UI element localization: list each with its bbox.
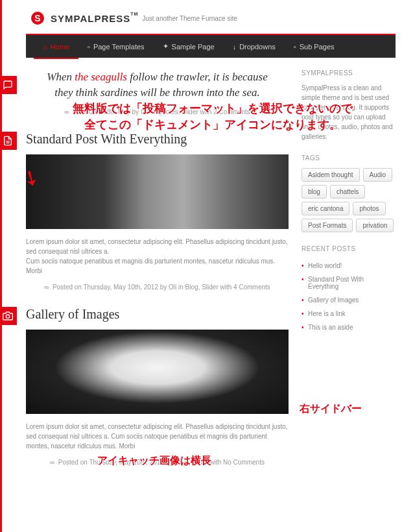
post-meta: ∞ Posted on Thursday, May 10th, 2012 by … (26, 284, 289, 291)
recent-post-link[interactable]: Standard Post With Everything (302, 272, 396, 293)
nav-label: Sample Page (172, 43, 215, 51)
post-excerpt: Lorem ipsum dolor sit amet, consectetur … (26, 237, 289, 276)
chevron-down-icon: ↓ (233, 43, 237, 51)
quote-pre: When (47, 71, 75, 83)
quote-highlight: the seagulls (75, 71, 127, 83)
post-excerpt: Lorem ipsum dolor sit amet, consectetur … (26, 422, 289, 451)
post-meta: ∞ Posted on 18th May by Oli in Quotes, S… (39, 108, 276, 115)
site-header: S SYMPALPRESSTM Just another Theme Furna… (26, 0, 396, 34)
featured-image[interactable] (26, 154, 289, 229)
tag-item[interactable]: Post Formats (302, 219, 353, 232)
tag-item[interactable]: eric cantona (302, 202, 349, 215)
plus-icon: ✦ (163, 42, 169, 51)
right-sidebar: SYMPALPRESS SympalPress is a clean and s… (302, 69, 396, 482)
quote-text: When the seagulls follow the trawler, it… (39, 69, 276, 101)
tagline: Just another Theme Furnace site (142, 15, 237, 22)
nav-sub-pages[interactable]: ▫Sub Pages (285, 35, 344, 58)
nav-dropdowns[interactable]: ↓Dropdowns (224, 35, 285, 58)
page-icon: ▫ (294, 43, 296, 51)
tag-item[interactable]: Audio (363, 168, 393, 182)
widget-title-recent: RECENT POSTS (302, 245, 396, 252)
post-title[interactable]: Standard Post With Everything (26, 132, 289, 147)
nav-page-templates[interactable]: ▫Page Templates (78, 35, 154, 58)
about-text: SympalPress is a clean and simple theme … (302, 83, 396, 141)
meta-text: Posted on 18th May by Oli in Quotes, Sli… (73, 108, 250, 115)
featured-image[interactable] (26, 330, 289, 414)
quote-format-icon (0, 76, 17, 94)
widget-title-about: SYMPALPRESS (302, 69, 396, 77)
recent-post-link[interactable]: Gallery of Images (302, 293, 396, 307)
meta-text: Posted on Thursday, May 10th, 2012 by Ol… (53, 284, 270, 291)
tag-item[interactable]: Asidem thought (302, 168, 360, 182)
tag-item[interactable]: photos (353, 202, 385, 215)
main-nav: ⌂Home ▫Page Templates ✦Sample Page ↓Drop… (26, 34, 396, 58)
svg-point-2 (6, 315, 9, 318)
nav-sample-page[interactable]: ✦Sample Page (154, 35, 224, 58)
tag-item[interactable]: privation (356, 219, 394, 232)
meta-text: Posted on Thursday, May 10th, 2012 by Ol… (58, 459, 265, 466)
post-standard: Standard Post With Everything Lorem ipsu… (26, 132, 289, 291)
document-format-icon (0, 132, 17, 150)
site-name-text: SYMPALPRESS (51, 13, 130, 24)
nav-home[interactable]: ⌂Home (34, 35, 78, 59)
post-quote: When the seagulls follow the trawler, it… (26, 69, 289, 115)
recent-post-link[interactable]: This is an aside (302, 320, 396, 334)
post-gallery: Gallery of Images Lorem ipsum dolor sit … (26, 307, 289, 466)
page-icon: ▫ (88, 43, 90, 51)
nav-label: Sub Pages (300, 43, 335, 51)
site-name[interactable]: SYMPALPRESSTM (51, 13, 130, 24)
tag-item[interactable]: blog (302, 185, 327, 199)
recent-post-link[interactable]: Here is a link (302, 307, 396, 320)
tag-item[interactable]: chattels (330, 185, 365, 199)
home-icon: ⌂ (43, 43, 47, 51)
recent-post-link[interactable]: Hello world! (302, 259, 396, 272)
nav-label: Page Templates (93, 43, 145, 51)
logo-badge: S (31, 12, 44, 25)
post-title[interactable]: Gallery of Images (26, 307, 289, 322)
trademark: TM (130, 12, 138, 16)
recent-posts-list: Hello world! Standard Post With Everythi… (302, 259, 396, 334)
nav-label: Home (51, 43, 69, 51)
widget-title-tags: TAGS (302, 154, 396, 162)
nav-label: Dropdowns (239, 43, 276, 51)
camera-format-icon (0, 307, 17, 325)
post-meta: ∞ Posted on Thursday, May 10th, 2012 by … (26, 459, 289, 466)
tag-cloud: Asidem thought Audio blog chattels eric … (302, 168, 396, 232)
